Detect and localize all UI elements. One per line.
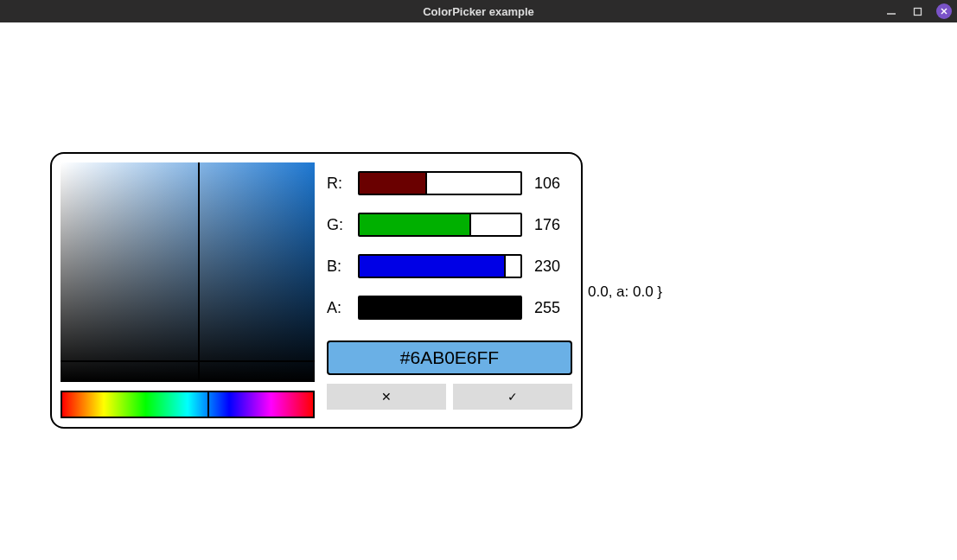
red-value: 106 <box>534 175 571 193</box>
blue-channel-row: B: 230 <box>327 254 572 278</box>
saturation-value-field[interactable] <box>61 162 315 382</box>
hex-display[interactable]: #6AB0E6FF <box>327 340 572 375</box>
green-slider-fill <box>360 214 470 235</box>
alpha-slider-handle[interactable] <box>520 296 521 320</box>
green-slider-handle[interactable] <box>469 213 471 237</box>
window-title: ColorPicker example <box>423 5 534 18</box>
confirm-button[interactable]: ✓ <box>453 384 572 410</box>
cancel-button[interactable]: ✕ <box>327 384 446 410</box>
minimize-button[interactable] <box>884 4 898 18</box>
alpha-channel-row: A: 255 <box>327 296 572 320</box>
red-slider-fill <box>360 173 426 194</box>
picker-right-column: R: 106 G: 176 B: <box>327 162 572 418</box>
debug-output-text: 0.0, a: 0.0 } <box>588 283 662 301</box>
blue-label: B: <box>327 258 346 276</box>
sv-crosshair-vertical <box>198 162 200 382</box>
window-controls <box>884 3 952 19</box>
hue-handle[interactable] <box>207 391 209 418</box>
green-channel-row: G: 176 <box>327 213 572 237</box>
green-slider[interactable] <box>358 213 522 237</box>
hue-strip[interactable] <box>61 391 315 418</box>
alpha-slider[interactable] <box>358 296 522 320</box>
svg-rect-1 <box>914 8 921 15</box>
hex-value: #6AB0E6FF <box>400 347 499 368</box>
color-picker-panel: R: 106 G: 176 B: <box>50 152 583 429</box>
red-slider-handle[interactable] <box>425 171 427 195</box>
titlebar: ColorPicker example <box>0 0 957 22</box>
green-label: G: <box>327 216 346 234</box>
blue-slider-fill <box>360 256 505 277</box>
alpha-value: 255 <box>534 299 571 317</box>
red-slider[interactable] <box>358 171 522 195</box>
alpha-slider-fill <box>360 297 520 318</box>
red-label: R: <box>327 175 346 193</box>
blue-value: 230 <box>534 258 571 276</box>
content-area: 0.0, a: 0.0 } R: 106 G: <box>0 22 957 560</box>
x-icon: ✕ <box>381 390 392 404</box>
check-icon: ✓ <box>507 390 518 404</box>
close-button[interactable] <box>936 3 952 19</box>
picker-button-row: ✕ ✓ <box>327 384 572 410</box>
green-value: 176 <box>534 216 571 234</box>
blue-slider-handle[interactable] <box>504 254 506 278</box>
blue-slider[interactable] <box>358 254 522 278</box>
red-channel-row: R: 106 <box>327 171 572 195</box>
picker-left-column <box>61 162 315 418</box>
maximize-button[interactable] <box>910 4 924 18</box>
sv-crosshair-horizontal <box>61 360 315 362</box>
alpha-label: A: <box>327 299 346 317</box>
